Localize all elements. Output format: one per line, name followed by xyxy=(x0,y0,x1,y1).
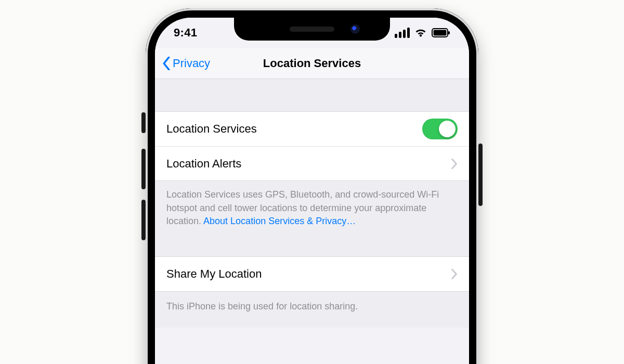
status-time: 9:41 xyxy=(174,26,197,40)
section-header-spacer xyxy=(155,79,469,111)
volume-down-button[interactable] xyxy=(141,200,146,240)
row-label: Location Services xyxy=(166,122,257,136)
section-footer-1: Location Services uses GPS, Bluetooth, a… xyxy=(155,181,469,242)
notch xyxy=(234,18,390,41)
svg-rect-2 xyxy=(448,31,450,34)
navigation-bar: Privacy Location Services xyxy=(155,48,469,79)
location-services-toggle[interactable] xyxy=(422,119,458,139)
settings-group-2: Share My Location xyxy=(155,256,469,292)
row-location-services[interactable]: Location Services xyxy=(155,112,469,146)
section-footer-2: This iPhone is being used for location s… xyxy=(155,292,469,328)
chevron-right-icon xyxy=(451,269,458,279)
row-label: Share My Location xyxy=(166,267,262,281)
back-label: Privacy xyxy=(173,57,210,70)
section-gap xyxy=(155,242,469,256)
status-right xyxy=(395,28,450,38)
settings-group-1: Location Services Location Alerts xyxy=(155,111,469,181)
device-frame: 9:41 Privacy xyxy=(146,8,478,364)
mute-switch[interactable] xyxy=(141,112,146,133)
about-link[interactable]: About Location Services & Privacy… xyxy=(203,216,356,226)
row-label: Location Alerts xyxy=(166,157,241,171)
svg-rect-1 xyxy=(434,30,447,36)
side-power-button[interactable] xyxy=(478,144,483,206)
page-title: Location Services xyxy=(263,57,361,70)
cellular-signal-icon xyxy=(395,28,410,38)
battery-icon xyxy=(432,28,450,37)
chevron-left-icon xyxy=(162,57,171,70)
volume-up-button[interactable] xyxy=(141,149,146,189)
chevron-right-icon xyxy=(451,159,458,169)
front-camera xyxy=(350,24,360,34)
wifi-icon xyxy=(414,28,427,38)
row-location-alerts[interactable]: Location Alerts xyxy=(155,146,469,180)
screen: 9:41 Privacy xyxy=(155,18,469,364)
back-button[interactable]: Privacy xyxy=(162,48,210,79)
row-share-my-location[interactable]: Share My Location xyxy=(155,257,469,291)
earpiece-speaker xyxy=(290,27,334,32)
